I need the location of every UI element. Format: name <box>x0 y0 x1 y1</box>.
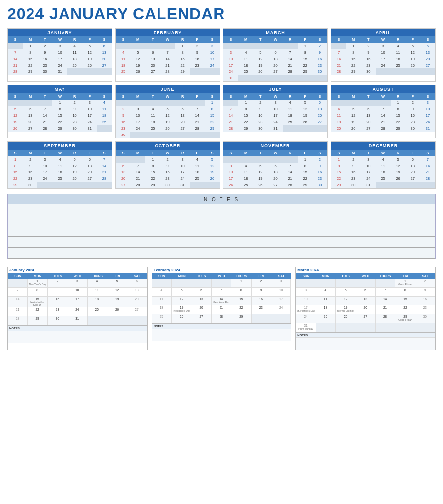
notes-line[interactable] <box>8 226 435 237</box>
day-cell <box>238 43 253 49</box>
day-cell: 12 <box>82 49 97 56</box>
large-day-cell <box>296 279 316 288</box>
day-cell: 21 <box>160 62 175 68</box>
day-cell <box>52 182 67 188</box>
day-cell: 24 <box>175 175 190 182</box>
large-day-cell <box>172 279 191 288</box>
day-cell: 11 <box>238 56 253 62</box>
large-day-cell: 27 <box>355 314 375 323</box>
large-day-cell: 1 <box>231 279 251 288</box>
day-cell: 7 <box>97 156 112 163</box>
day-cell: 6 <box>23 106 37 112</box>
day-header: S <box>313 93 327 100</box>
day-header: T <box>253 93 268 100</box>
large-month-march-2024: March 2024SUNMONTUESWEDTHURSFRISAT1Good … <box>295 267 436 350</box>
day-cell <box>97 68 112 75</box>
day-cell: 23 <box>116 125 130 132</box>
day-cell: 18 <box>116 62 130 68</box>
day-cell: 23 <box>37 62 52 68</box>
day-cell <box>190 132 205 138</box>
day-header: W <box>52 150 67 156</box>
day-header: S <box>8 150 23 156</box>
large-day-cell: 16 <box>415 297 435 305</box>
day-cell: 13 <box>23 112 37 119</box>
day-cell: 4 <box>145 106 160 112</box>
day-cell: 28 <box>376 125 390 132</box>
large-day-cell: 4 <box>152 288 172 297</box>
day-cell: 14 <box>223 112 238 119</box>
day-cell: 3 <box>376 43 390 49</box>
day-cell: 4 <box>238 49 253 56</box>
day-cell: 25 <box>283 119 298 125</box>
day-cell: 20 <box>97 56 112 62</box>
day-cell: 26 <box>8 125 23 132</box>
day-cell: 18 <box>391 56 406 62</box>
day-cell: 18 <box>238 175 253 182</box>
month-name: SEPTEMBER <box>8 142 112 150</box>
large-notes-area[interactable] <box>296 337 435 350</box>
day-cell <box>37 100 52 106</box>
day-header: F <box>298 150 313 156</box>
day-cell: 4 <box>376 156 390 163</box>
day-header: T <box>145 36 160 43</box>
day-cell: 30 <box>313 68 327 75</box>
day-cell: 19 <box>160 119 175 125</box>
large-day-cell: 12 <box>336 297 355 305</box>
day-cell: 21 <box>97 169 112 175</box>
large-day-header: SUN <box>8 273 28 279</box>
day-cell: 25 <box>238 68 253 75</box>
large-day-cell: 6 <box>355 288 375 297</box>
notes-line[interactable] <box>8 237 435 248</box>
day-cell: 5 <box>253 163 268 169</box>
day-header: T <box>253 150 268 156</box>
large-day-cell: 11 <box>316 297 336 305</box>
day-cell: 30 <box>406 125 420 132</box>
large-notes-area[interactable] <box>152 329 291 341</box>
day-cell: 27 <box>361 125 376 132</box>
day-cell: 28 <box>223 125 238 132</box>
day-cell: 1 <box>23 43 37 49</box>
day-cell: 8 <box>238 106 253 112</box>
day-cell: 12 <box>391 163 406 169</box>
large-day-cell: 16 <box>252 297 271 305</box>
large-day-cell: 8 <box>28 288 47 297</box>
notes-line[interactable] <box>8 204 435 215</box>
day-cell <box>331 100 346 106</box>
day-cell: 3 <box>361 156 376 163</box>
day-cell: 27 <box>82 175 97 182</box>
large-day-cell: 28 <box>376 314 395 323</box>
day-header: S <box>116 93 130 100</box>
day-cell: 27 <box>406 175 420 182</box>
day-cell: 19 <box>298 112 313 119</box>
large-day-cell: 15Martin Luther King Jr. <box>28 297 47 307</box>
month-name: JANUARY <box>8 29 112 36</box>
large-day-cell: 12 <box>107 288 127 297</box>
day-cell: 25 <box>376 175 390 182</box>
large-day-cell: 17 <box>271 297 291 305</box>
day-cell: 19 <box>67 169 82 175</box>
day-cell <box>238 156 253 163</box>
notes-line[interactable] <box>8 248 435 259</box>
day-header: T <box>361 93 376 100</box>
day-cell: 24 <box>223 182 238 188</box>
day-cell: 9 <box>67 106 82 112</box>
event-label: Valentine's Day <box>212 301 230 304</box>
day-cell: 10 <box>130 112 145 119</box>
day-cell: 30 <box>253 125 268 132</box>
notes-line[interactable] <box>8 215 435 226</box>
day-cell: 27 <box>23 125 37 132</box>
day-cell: 27 <box>268 68 283 75</box>
large-day-header: WED <box>355 273 375 279</box>
large-notes-area[interactable] <box>8 331 147 343</box>
day-cell: 14 <box>420 163 435 169</box>
day-cell: 4 <box>238 163 253 169</box>
day-cell: 17 <box>268 112 283 119</box>
large-day-cell: 20 <box>127 297 147 307</box>
large-day-cell <box>355 323 375 332</box>
day-cell: 24 <box>268 119 283 125</box>
day-cell <box>205 182 220 188</box>
large-notes-label: NOTES <box>8 325 147 331</box>
large-day-cell: 23 <box>252 305 271 314</box>
large-day-cell <box>395 323 415 332</box>
day-cell: 23 <box>253 119 268 125</box>
